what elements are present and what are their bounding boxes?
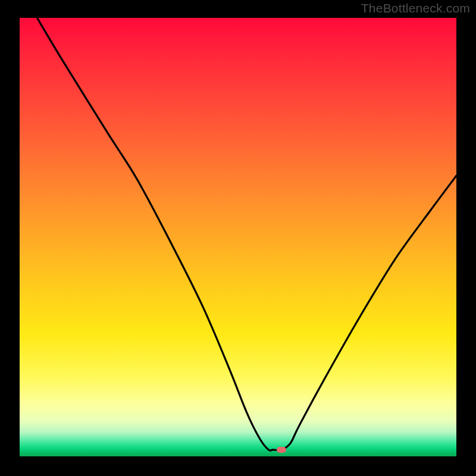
watermark-text: TheBottleneck.com <box>361 1 470 15</box>
min-marker <box>277 447 286 453</box>
chart-frame: TheBottleneck.com <box>0 0 476 476</box>
plot-area <box>20 18 456 456</box>
curve-path <box>37 18 456 450</box>
bottleneck-curve <box>20 18 456 456</box>
